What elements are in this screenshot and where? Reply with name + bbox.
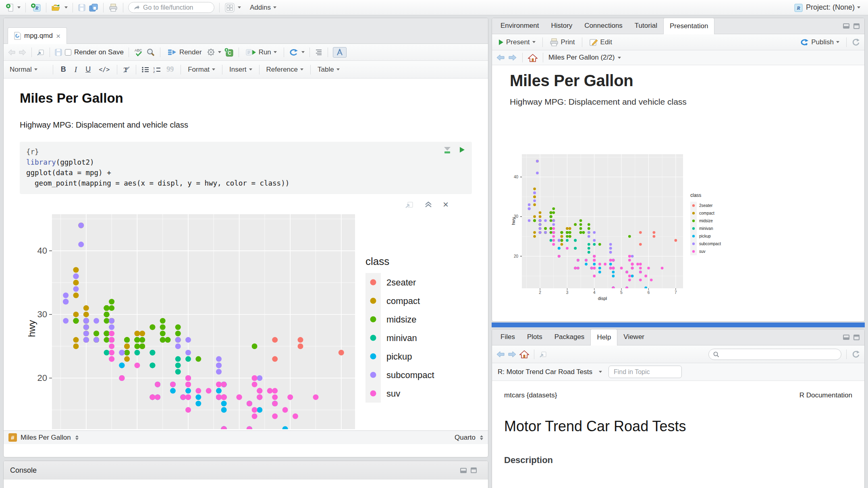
slide-back-icon[interactable]	[496, 54, 505, 61]
print-button[interactable]: Print	[548, 37, 577, 48]
goto-file-input[interactable]	[143, 4, 208, 11]
help-back-icon[interactable]	[496, 351, 505, 358]
environment-pane: Environment History Connections Tutorial…	[492, 18, 865, 322]
section-selector-icon[interactable]	[75, 435, 79, 440]
popout-icon[interactable]	[37, 49, 45, 56]
save-all-icon[interactable]	[89, 3, 98, 12]
find-in-topic-input[interactable]	[608, 366, 682, 378]
divider	[846, 349, 847, 359]
new-file-caret[interactable]	[17, 6, 21, 8]
tab-presentation[interactable]: Presentation	[663, 18, 714, 34]
back-icon[interactable]	[8, 49, 16, 56]
open-folder-icon[interactable]	[51, 3, 62, 12]
maximize-icon[interactable]	[853, 335, 860, 340]
pane-layout-icon[interactable]	[224, 2, 235, 13]
maximize-icon[interactable]	[853, 23, 860, 29]
render-options-caret[interactable]	[218, 51, 221, 53]
run-chunk-icon[interactable]	[459, 146, 465, 153]
print-icon[interactable]	[108, 3, 118, 12]
close-tab-icon[interactable]	[56, 32, 60, 40]
tab-tutorial[interactable]: Tutorial	[629, 18, 663, 34]
edit-button[interactable]: Edit	[587, 37, 614, 48]
project-label: Project: (None)	[806, 3, 855, 12]
open-folder-caret[interactable]	[64, 6, 68, 8]
code-format-button[interactable]: </>	[96, 66, 112, 73]
minimize-icon[interactable]	[843, 23, 849, 29]
underline-button[interactable]: U	[83, 65, 93, 74]
slide-nav-caret[interactable]	[618, 57, 621, 59]
help-popout-icon[interactable]	[539, 351, 547, 358]
tab-viewer[interactable]: Viewer	[617, 329, 650, 345]
slide-forward-icon[interactable]	[508, 54, 517, 61]
svg-text:20: 20	[37, 373, 47, 383]
clear-formatting-icon[interactable]: T	[122, 66, 131, 74]
insert-menu[interactable]: Insert	[227, 64, 254, 75]
present-button[interactable]: Present	[496, 37, 538, 48]
bullet-list-icon[interactable]	[141, 66, 150, 73]
help-forward-icon[interactable]	[508, 351, 517, 358]
collapse-output-icon[interactable]	[424, 201, 432, 208]
new-project-icon[interactable]: R	[31, 3, 41, 12]
help-topic-label[interactable]: R: Motor Trend Car Road Tests	[498, 368, 592, 376]
rerun-caret[interactable]	[301, 51, 305, 53]
addins-menu[interactable]: Addins	[248, 2, 278, 13]
mode-selector-icon[interactable]	[480, 435, 483, 440]
reference-menu[interactable]: Reference	[264, 64, 305, 75]
tab-files[interactable]: Files	[494, 329, 521, 345]
pane-resize-handle[interactable]	[492, 323, 865, 327]
minimize-icon[interactable]	[843, 335, 849, 340]
insert-chunk-icon[interactable]: C	[224, 48, 234, 57]
save-icon[interactable]	[78, 4, 86, 12]
pane-layout-caret[interactable]	[238, 6, 241, 8]
slide-nav-label[interactable]: Miles Per Gallon (2/2)	[548, 54, 615, 62]
spellcheck-icon[interactable]: ABC	[134, 48, 143, 57]
bold-button[interactable]: B	[58, 65, 69, 74]
minimize-icon[interactable]	[460, 468, 467, 473]
publish-button[interactable]: Publish	[798, 37, 841, 48]
forward-icon[interactable]	[19, 49, 27, 56]
tab-mpg-qmd[interactable]: mpg.qmd	[8, 27, 67, 44]
run-button[interactable]: Run	[244, 47, 279, 58]
help-search-input[interactable]	[722, 351, 837, 358]
save-icon[interactable]	[55, 49, 62, 56]
tab-packages[interactable]: Packages	[548, 329, 591, 345]
help-topic-caret[interactable]	[599, 371, 602, 373]
status-section-label[interactable]: Miles Per Gallon	[21, 434, 71, 442]
tab-help[interactable]: Help	[590, 329, 617, 345]
help-home-icon[interactable]	[519, 350, 529, 358]
gear-icon[interactable]	[207, 48, 215, 56]
help-search-box[interactable]	[708, 349, 841, 360]
goto-file-box[interactable]	[128, 2, 214, 13]
clear-output-icon[interactable]	[443, 200, 449, 209]
home-icon[interactable]	[528, 54, 538, 62]
paragraph-style-select[interactable]: Normal	[8, 64, 39, 75]
search-icon[interactable]	[146, 48, 155, 57]
new-file-icon[interactable]	[6, 3, 15, 12]
tab-connections[interactable]: Connections	[578, 18, 629, 34]
project-menu[interactable]: R Project: (None)	[792, 2, 862, 14]
popout-output-icon[interactable]	[405, 201, 414, 209]
rerun-icon[interactable]	[289, 48, 299, 57]
print-icon	[550, 38, 559, 46]
numbered-list-icon[interactable]: 12	[153, 66, 162, 73]
maximize-icon[interactable]	[471, 467, 477, 473]
render-on-save-checkbox[interactable]	[65, 49, 71, 56]
blockquote-icon[interactable]: 99	[164, 65, 176, 74]
render-button[interactable]: Render	[165, 47, 204, 58]
edit-label: Edit	[600, 38, 612, 46]
tab-environment[interactable]: Environment	[494, 18, 545, 34]
document-canvas[interactable]: Miles Per Gallon Highway MPG: Displaceme…	[4, 79, 488, 444]
outline-icon[interactable]	[315, 49, 323, 56]
italic-button[interactable]: I	[72, 65, 80, 74]
format-menu[interactable]: Format	[186, 64, 217, 75]
tab-plots[interactable]: Plots	[521, 329, 548, 345]
run-chunks-above-icon[interactable]	[443, 146, 452, 154]
refresh-icon[interactable]	[851, 38, 860, 47]
table-menu[interactable]: Table	[316, 64, 342, 75]
tab-history[interactable]: History	[545, 18, 578, 34]
visual-editor-toggle-icon[interactable]	[333, 47, 347, 58]
console-header[interactable]: Console	[4, 461, 488, 480]
status-mode-label[interactable]: Quarto	[455, 434, 476, 442]
code-chunk[interactable]: {r}library(ggplot2)ggplot(data = mpg) + …	[20, 142, 472, 194]
help-refresh-icon[interactable]	[851, 350, 860, 359]
